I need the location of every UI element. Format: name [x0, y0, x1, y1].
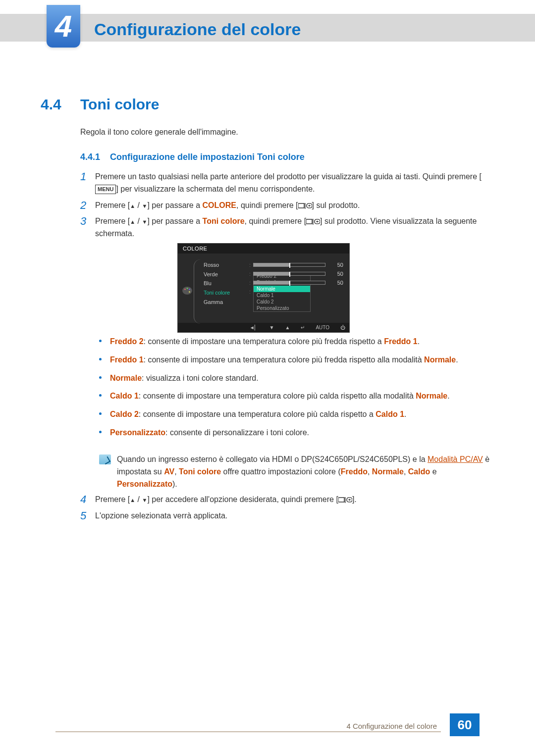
up-icon: [130, 201, 135, 209]
down-icon: [142, 495, 147, 504]
svg-rect-3: [306, 219, 312, 224]
bullet-list: Freddo 2: consente di impostare una temp…: [99, 336, 490, 445]
osd-footer: ◄▏ ▼ ▲ ↵ AUTO ⏻: [178, 323, 349, 332]
text: ] per visualizzare la schermata del menu…: [116, 185, 315, 193]
palette-icon: [182, 286, 193, 295]
step-number: 1: [80, 171, 95, 196]
subsection-number: 4.4.1: [80, 152, 100, 162]
bullet-caldo2: Caldo 2: consente di impostare una tempe…: [99, 408, 490, 421]
section-intro: Regola il tono colore generale dell'imma…: [80, 128, 238, 137]
opt-caldo1: Caldo 1: [254, 292, 310, 299]
osd-label-verde: Verde: [204, 270, 249, 279]
enter-icon: ↵: [301, 325, 305, 330]
footer-rule: [55, 731, 441, 732]
text: Premere un tasto qualsiasi nella parte a…: [95, 172, 482, 181]
bullet-freddo2: Freddo 2: consente di impostare una temp…: [99, 336, 490, 348]
section-number: 4.4: [41, 96, 61, 113]
step-text: Premere [ / ] per passare a COLORE, quin…: [95, 200, 496, 212]
step-text: L'opzione selezionata verrà applicata.: [95, 510, 496, 522]
osd-label-rosso: Rosso: [204, 260, 249, 270]
step-text: Premere [ / ] per accedere all'opzione d…: [95, 494, 496, 506]
osd-screenshot: COLORE Rosso Verde Blu Toni colore Gamma…: [177, 243, 350, 333]
text: , quindi premere [: [236, 201, 298, 209]
toni-options: Freddo 2 Freddo 1 Normale Caldo 1 Caldo …: [253, 272, 311, 312]
osd-title: COLORE: [178, 244, 349, 253]
svg-rect-0: [298, 203, 304, 208]
osd-label-toni: Toni colore: [204, 288, 249, 298]
svg-point-7: [184, 289, 186, 290]
step-4: 4 Premere [ / ] per accedere all'opzione…: [80, 494, 496, 506]
osd-labels: Rosso Verde Blu Toni colore Gamma: [204, 260, 249, 318]
step-2: 2 Premere [ / ] per passare a COLORE, qu…: [80, 200, 496, 212]
svg-point-8: [187, 288, 188, 289]
highlight: Toni colore: [203, 217, 245, 225]
footer-chapter-label: 4 Configurazione del colore: [346, 722, 437, 730]
source-enter-icon: [298, 201, 312, 209]
step-number: 2: [80, 200, 95, 212]
svg-point-9: [189, 289, 190, 290]
step-number: 5: [80, 510, 95, 522]
page-footer: 4 Configurazione del colore 60: [0, 722, 535, 738]
note: Quando un ingresso esterno è collegato v…: [99, 454, 490, 490]
text: ] per passare a: [147, 201, 202, 209]
toni-row: : Freddo 2 Freddo 1 Normale Caldo 1 Cald…: [249, 287, 343, 296]
osd-body: Rosso Verde Blu Toni colore Gamma :50 :5…: [178, 253, 349, 323]
down-icon: [142, 217, 147, 225]
bullet-personalizzato: Personalizzato: consente di personalizza…: [99, 427, 490, 439]
up-icon: [130, 495, 135, 504]
svg-rect-11: [338, 498, 344, 502]
osd-label-blu: Blu: [204, 279, 249, 288]
page-number: 60: [450, 713, 480, 736]
osd-curve: [194, 259, 203, 324]
subsection-title: Configurazione delle impostazioni Toni c…: [110, 152, 305, 162]
up-icon: ▲: [285, 325, 290, 330]
step-5: 5 L'opzione selezionata verrà applicata.: [80, 510, 496, 522]
highlight: COLORE: [203, 201, 236, 209]
bullet-freddo1: Freddo 1: consente di impostare una temp…: [99, 354, 490, 366]
opt-caldo2: Caldo 2: [254, 299, 310, 305]
section-title: Toni colore: [80, 96, 159, 113]
svg-point-10: [189, 291, 190, 293]
bullet-caldo1: Caldo 1: consente di impostare una tempe…: [99, 390, 490, 403]
note-text: Quando un ingresso esterno è collegato v…: [117, 454, 490, 490]
down-icon: [142, 201, 147, 209]
steps-list-2: 4 Premere [ / ] per accedere all'opzione…: [80, 494, 496, 526]
text: Premere [: [95, 217, 130, 225]
osd-values: :50 :50 :50 : Freddo 2 Freddo 1 Normale …: [249, 260, 343, 318]
chapter-number: 4: [55, 11, 72, 42]
step-3: 3 Premere [ / ] per passare a Toni color…: [80, 215, 496, 240]
slider-rosso: :50: [249, 260, 343, 269]
opt-normale: Normale: [254, 286, 310, 292]
text: ] sul prodotto.: [312, 201, 360, 209]
chapter-title: Configurazione del colore: [94, 20, 301, 39]
step-1: 1 Premere un tasto qualsiasi nella parte…: [80, 171, 496, 196]
source-enter-icon: [338, 495, 352, 504]
text: Premere [: [95, 201, 130, 209]
chapter-badge: 4: [47, 5, 80, 48]
link-modalita-pcav[interactable]: Modalità PC/AV: [428, 455, 483, 463]
step-text: Premere [ / ] per passare a Toni colore,…: [95, 215, 496, 240]
osd-label-gamma: Gamma: [204, 298, 249, 307]
opt-personalizzato: Personalizzato: [254, 305, 310, 311]
steps-list: 1 Premere un tasto qualsiasi nella parte…: [80, 171, 496, 244]
text: , quindi premere [: [245, 217, 307, 225]
back-icon: ◄▏: [250, 325, 259, 330]
bullet-normale: Normale: visualizza i toni colore standa…: [99, 372, 490, 385]
step-number: 4: [80, 494, 95, 506]
step-number: 3: [80, 215, 95, 240]
power-icon: ⏻: [340, 325, 345, 330]
text: ] per passare a: [147, 217, 202, 225]
down-icon: ▼: [269, 325, 274, 330]
note-icon: [99, 454, 111, 464]
step-text: Premere un tasto qualsiasi nella parte a…: [95, 171, 496, 196]
source-enter-icon: [306, 217, 320, 225]
auto-label: AUTO: [316, 325, 329, 330]
up-icon: [130, 217, 135, 225]
menu-keycap: MENU: [95, 185, 116, 194]
